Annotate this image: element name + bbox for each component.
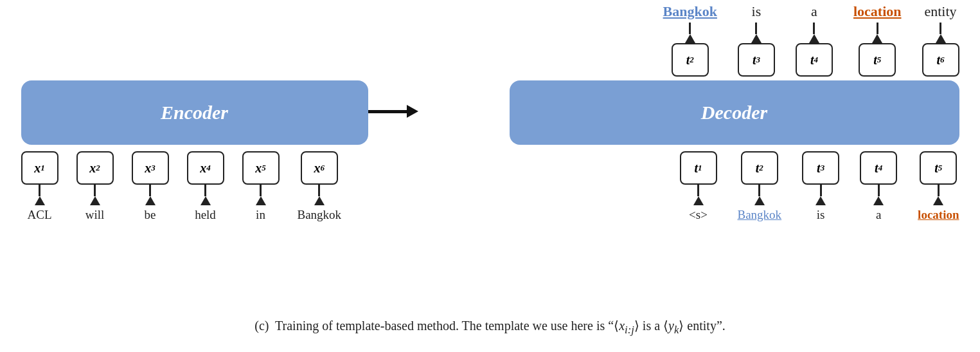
enc-input-col-1: x1 ACL [21,151,58,222]
encoder-label: Encoder [161,102,228,124]
dec-out-arrow-5 [872,34,882,43]
main-container: Encoder Decoder x1 ACL x2 wil [21,3,959,312]
enc-arrow-up-6 [314,196,325,205]
enc-arrow-up-4 [200,196,211,205]
dec-input-col-1: t1 <s> [680,151,717,222]
dec-token-t2: t2 [741,151,778,185]
decoder-label: Decoder [701,102,767,124]
dec-input-col-4: t4 a [860,151,897,222]
dec-label-s: <s> [689,208,708,222]
dec-out-col-6: entity t6 [922,3,959,77]
enc-token-x4: x4 [187,151,224,185]
diagram-area: Encoder Decoder x1 ACL x2 wil [0,0,980,315]
enc-label-in: in [256,208,265,222]
dec-out-arrow-4 [809,34,819,43]
dec-out-arrow-2 [685,34,695,43]
enc-token-x3: x3 [132,151,169,185]
dec-label-bangkok: Bangkok [738,208,782,222]
encoder-inputs: x1 ACL x2 will x3 be x4 [21,151,342,222]
decoder-inputs: t1 <s> t2 Bangkok t3 is t4 [680,151,959,222]
dec-out-word-bangkok: Bangkok [663,3,717,20]
enc-arrow-up-5 [256,196,266,205]
dec-arrow-up-4 [873,196,884,205]
dec-out-token-t5: t5 [859,43,896,77]
dec-out-token-t3: t3 [738,43,775,77]
enc-input-col-3: x3 be [132,151,169,222]
enc-arrow-up-3 [145,196,156,205]
dec-out-col-3: is t3 [738,3,775,77]
dec-out-arrow-3 [751,34,762,43]
enc-dec-head [407,105,418,118]
enc-arrow-up-1 [35,196,45,205]
enc-dec-arrow [368,105,418,118]
enc-label-held: held [195,208,216,222]
dec-label-is: is [817,208,825,222]
decoder-outputs: Bangkok t2 is t3 a t4 location [663,3,959,77]
dec-out-arrow-6 [936,34,946,43]
enc-token-x2: x2 [76,151,114,185]
enc-arrow-up-2 [90,196,100,205]
dec-arrow-up-2 [754,196,765,205]
enc-token-x1: x1 [21,151,58,185]
dec-out-col-5: location t5 [853,3,902,77]
enc-label-acl: ACL [28,208,52,222]
enc-input-col-6: x6 Bangkok [298,151,342,222]
enc-input-col-5: x5 in [242,151,280,222]
dec-out-token-t6: t6 [922,43,959,77]
dec-out-col-4: a t4 [796,3,833,77]
dec-token-t3: t3 [802,151,839,185]
enc-input-col-4: x4 held [187,151,224,222]
enc-token-x5: x5 [242,151,280,185]
dec-out-col-2: Bangkok t2 [663,3,717,77]
enc-dec-line [368,110,407,113]
dec-out-word-a: a [811,3,817,20]
dec-input-col-2: t2 Bangkok [738,151,782,222]
dec-out-token-t4: t4 [796,43,833,77]
dec-arrow-up-5 [933,196,943,205]
enc-label-be: be [145,208,156,222]
dec-out-word-is: is [752,3,762,20]
dec-out-token-t2: t2 [672,43,709,77]
dec-out-word-entity: entity [924,3,956,20]
dec-out-word-location: location [853,3,902,20]
dec-label-location: location [918,208,959,222]
encoder-box: Encoder [21,80,368,145]
dec-input-col-5: t5 location [918,151,959,222]
enc-token-x6: x6 [301,151,338,185]
dec-arrow-up-3 [815,196,826,205]
dec-token-t1: t1 [680,151,717,185]
decoder-box: Decoder [510,80,959,145]
dec-label-a: a [876,208,881,222]
dec-input-col-3: t3 is [802,151,839,222]
enc-input-col-2: x2 will [76,151,114,222]
dec-token-t4: t4 [860,151,897,185]
caption: (c) Training of template-based method. T… [254,318,726,337]
enc-label-will: will [85,208,105,222]
dec-arrow-up-1 [693,196,704,205]
enc-label-bangkok: Bangkok [298,208,342,222]
dec-token-t5: t5 [920,151,957,185]
